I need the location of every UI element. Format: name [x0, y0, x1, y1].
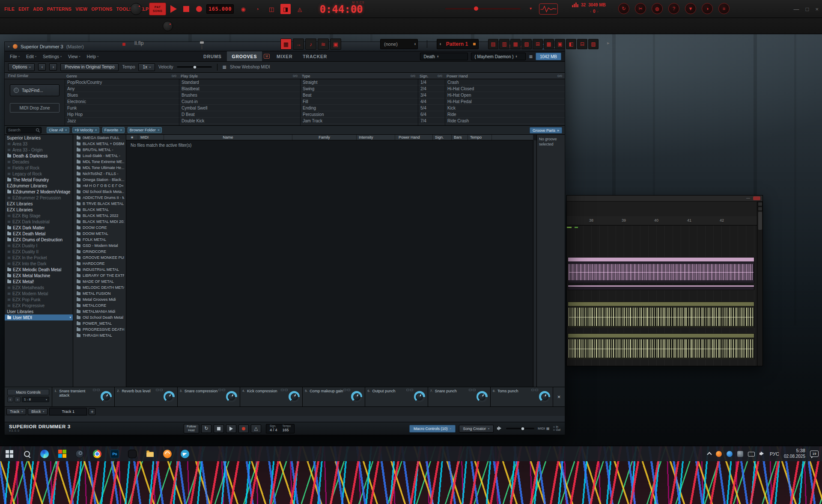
library-row[interactable]: EZdrummer Libraries: [5, 183, 73, 189]
col-sign[interactable]: Sign.: [433, 135, 452, 140]
playstyle-item[interactable]: Double Kick: [179, 118, 300, 124]
sd3-menu-item[interactable]: View▾: [68, 54, 80, 59]
midi-folder-row[interactable]: METAL FUSION: [73, 291, 126, 296]
filter-chip[interactable]: Clear All: [47, 127, 69, 133]
combo-spinner-icons[interactable]: ▴▾: [516, 55, 517, 58]
library-row[interactable]: EZX Progressive: [5, 302, 73, 308]
fl-menu-item[interactable]: VIEW: [75, 6, 87, 12]
shuffle-slider[interactable]: [445, 8, 521, 9]
playstyle-item[interactable]: D Beat: [179, 111, 300, 118]
tray-expand-icon[interactable]: [707, 452, 712, 457]
playlist-ruler[interactable]: 3839404142: [567, 216, 757, 225]
taskbar-clock[interactable]: 5:38 02.08.2025: [784, 448, 805, 459]
library-row[interactable]: Decades: [5, 159, 73, 165]
genre-item[interactable]: Electronic: [65, 98, 179, 105]
playlist-titlebar[interactable]: —: [567, 196, 762, 202]
track-menu-button[interactable]: Track▾: [6, 408, 26, 415]
midi-folder-row[interactable]: »М Н О Г О В С Е Г О«: [73, 183, 126, 189]
col-header-type[interactable]: Type: [302, 74, 310, 78]
pattern-color-swatch[interactable]: [473, 43, 476, 45]
microphone-icon[interactable]: ◍: [652, 3, 663, 14]
detach-icon[interactable]: ▸: [8, 44, 10, 48]
macro-knob[interactable]: [477, 391, 488, 402]
taskbar-search-button[interactable]: [22, 449, 32, 459]
tab-grooves[interactable]: GROOVES: [227, 51, 262, 61]
library-row[interactable]: User Libraries: [5, 308, 73, 314]
signature-item[interactable]: 6/4: [418, 111, 445, 118]
song-creator-toggle[interactable]: Song Creator▾: [459, 425, 494, 433]
add-track-button[interactable]: +: [89, 408, 95, 415]
midi-folder-row[interactable]: BLACK METAL: [73, 207, 126, 213]
toolbar-overflow-icon[interactable]: ▸: [607, 40, 610, 46]
powerhand-item[interactable]: Ride: [445, 111, 565, 118]
edge-app[interactable]: [39, 449, 50, 459]
library-row[interactable]: User MIDI: [5, 314, 73, 320]
library-row[interactable]: EZX Metal Machine: [5, 273, 73, 279]
library-row[interactable]: EZX Dark Industrial: [5, 219, 73, 225]
library-row[interactable]: EZX Pop Punk: [5, 296, 73, 302]
spinner-icons[interactable]: ▴▾: [414, 43, 416, 46]
library-row[interactable]: EZdrummer 2 Percussion: [5, 195, 73, 201]
scroll-up-button[interactable]: [758, 202, 762, 206]
tap2find-button[interactable]: Tap2Find...: [10, 84, 60, 96]
tab-drums[interactable]: DRUMS: [198, 51, 227, 61]
type-item[interactable]: Fill: [301, 98, 418, 105]
output-volume-slider[interactable]: [506, 428, 534, 429]
chip-close-icon[interactable]: [95, 128, 97, 132]
pat-song-switch[interactable]: PAT SONG: [149, 3, 166, 15]
midi-folder-row[interactable]: BLACK METAL 2022: [73, 213, 126, 219]
col-tempo[interactable]: Tempo: [468, 135, 492, 140]
tray-app-icon-gray[interactable]: [737, 451, 743, 457]
blend-recording-icon[interactable]: ◨: [280, 4, 291, 14]
poly-next-icon[interactable]: ›: [597, 9, 599, 14]
col-header-sign[interactable]: Sign.: [420, 74, 429, 78]
tempo-tap-icon[interactable]: ◧: [566, 39, 576, 49]
midi-folder-row[interactable]: DOOM CORE: [73, 225, 126, 231]
channel-rack-icon[interactable]: ▦: [510, 39, 521, 49]
clip-name-bar[interactable]: [568, 334, 754, 338]
chip-close-icon[interactable]: [65, 128, 67, 132]
library-row[interactable]: EZX Big Stage: [5, 213, 73, 219]
midi-folder-row[interactable]: DOOM METAL: [73, 231, 126, 237]
plugin-picker-icon[interactable]: ▣: [555, 39, 565, 49]
macro-knob[interactable]: [289, 391, 300, 402]
fl-menu-item[interactable]: OPTIONS: [91, 6, 112, 12]
midi-folder-row[interactable]: HARDCORE: [73, 261, 126, 267]
favorite-column[interactable]: ★: [126, 135, 138, 140]
library-row[interactable]: EZX Drums of Destruction: [5, 237, 73, 243]
close-icon[interactable]: ×: [815, 6, 819, 12]
powerhand-item[interactable]: Hi-Hat Pedal: [445, 98, 565, 105]
preview-original-tempo-button[interactable]: Preview in Original Tempo: [60, 63, 119, 71]
tempo-multiplier-button[interactable]: 1x▾: [138, 63, 155, 71]
undo-history-icon[interactable]: ↻: [618, 3, 629, 14]
macro-knob[interactable]: [226, 391, 237, 402]
signature-item[interactable]: 3/4: [418, 92, 445, 98]
memory-usage-badge[interactable]: 1042 MB: [536, 53, 561, 60]
col-intensity[interactable]: Intensity: [357, 135, 395, 140]
history-back-button[interactable]: ‹: [38, 63, 46, 71]
chip-close-icon[interactable]: [120, 128, 122, 132]
macro-knob[interactable]: [539, 391, 550, 402]
chrome-app[interactable]: [92, 449, 102, 459]
midi-folder-row[interactable]: POWER_METAL: [73, 320, 126, 326]
midi-folder-row[interactable]: MDL Tone Extreme ME...: [73, 159, 126, 165]
master-pitch-knob[interactable]: [163, 21, 173, 31]
genre-item[interactable]: Blues: [65, 92, 179, 98]
fl-menu-item[interactable]: FILE: [4, 6, 15, 12]
audio-clip-olive-2[interactable]: [568, 333, 754, 359]
track-tab[interactable]: Track 1: [49, 408, 87, 415]
midi-folder-row[interactable]: BLACK METAL + DSBM -: [73, 141, 126, 147]
chevron-down-icon[interactable]: ▾: [530, 6, 532, 11]
input-selector[interactable]: (none) ▴▾: [380, 39, 418, 49]
sd3-menu-item[interactable]: Edit▾: [26, 54, 36, 59]
sd3-stop-button[interactable]: [214, 424, 224, 433]
library-row[interactable]: EZdrummer 2 Modern/Vintage: [5, 189, 73, 195]
script-tool-icon[interactable]: ▨: [588, 39, 599, 49]
pattern-spinner[interactable]: ▴▾: [440, 43, 441, 46]
menu-icon[interactable]: ≡: [718, 3, 730, 14]
piano-roll-icon[interactable]: ▥: [499, 39, 509, 49]
library-row[interactable]: EZX Duality I: [5, 243, 73, 249]
history-forward-button[interactable]: ›: [49, 63, 57, 71]
project-picker-icon[interactable]: ▩: [544, 39, 554, 49]
midi-folder-row[interactable]: GRINDCORE: [73, 249, 126, 255]
